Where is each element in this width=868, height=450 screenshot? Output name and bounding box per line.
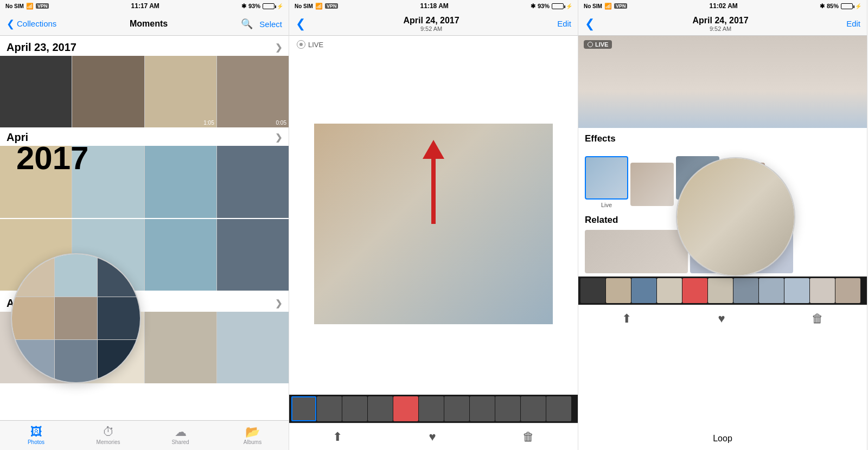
nav-back-3[interactable]: ❮: [585, 18, 595, 30]
thumb-inner-p3: [733, 278, 758, 303]
thumbnail-item-p3[interactable]: [784, 278, 809, 303]
thumbnail-item[interactable]: [342, 396, 367, 421]
photo-cell[interactable]: [217, 312, 289, 383]
phone-panel-2: No SIM 📶 VPN 11:18 AM ✱ 93% ⚡ ❮ April 24…: [289, 0, 578, 450]
tab-memories[interactable]: ⏱ Memories: [72, 426, 144, 445]
tab-shared[interactable]: ☁ Shared: [144, 426, 216, 445]
thumbnail-item-p3[interactable]: [682, 278, 707, 303]
zoom-cell: [55, 297, 97, 339]
thumbnail-item[interactable]: [419, 396, 444, 421]
thumb-inner: [292, 397, 315, 420]
trash-button-3[interactable]: 🗑: [812, 312, 824, 326]
top-photo-3[interactable]: LIVE: [578, 36, 867, 128]
zoom-inner-1: [12, 254, 140, 382]
thumb-inner: [444, 396, 469, 421]
photo-cell[interactable]: [217, 219, 289, 291]
collections-back-label[interactable]: Collections: [17, 19, 56, 28]
section-april24-behind[interactable]: Apri ❯: [0, 128, 289, 146]
thumbnail-item[interactable]: [546, 396, 571, 421]
search-icon[interactable]: 🔍: [241, 18, 253, 29]
live-badge-2[interactable]: LIVE: [289, 36, 578, 53]
thumbnail-item-p3[interactable]: [733, 278, 758, 303]
thumbnail-item[interactable]: [317, 396, 342, 421]
phone-panel-1: No SIM 📶 VPN 11:17 AM ✱ 93% ⚡ ❮ Collecti…: [0, 0, 289, 450]
no-sim-text-3: No SIM: [584, 3, 602, 9]
thumbnail-item[interactable]: [495, 396, 520, 421]
photo-cell[interactable]: 0:05: [217, 56, 289, 127]
thumbnail-item[interactable]: [393, 396, 418, 421]
nav-edit-2[interactable]: Edit: [557, 19, 571, 28]
thumbnail-item[interactable]: [291, 396, 316, 421]
related-thumb-1[interactable]: [585, 230, 688, 273]
charging-icon: ⚡: [277, 3, 283, 9]
share-button-2[interactable]: ⬆: [333, 430, 342, 444]
thumbnail-item-p3[interactable]: [606, 278, 631, 303]
effect-loop[interactable]: [630, 163, 674, 208]
moments-title: Moments: [130, 19, 168, 29]
photo-cell[interactable]: [72, 146, 144, 217]
nav-back-collections[interactable]: ❮ Collections: [7, 18, 56, 30]
main-photo-container-2[interactable]: [289, 53, 578, 395]
photo-cell[interactable]: [0, 146, 72, 217]
section-april23[interactable]: April 23, 2017 ❯: [0, 36, 289, 56]
photo-cell[interactable]: [0, 56, 72, 127]
main-photo-2[interactable]: [314, 124, 553, 324]
thumbnail-item-p3[interactable]: [810, 278, 835, 303]
thumb-inner-p3: [810, 278, 835, 303]
section-chevron-2: ❯: [275, 132, 282, 143]
heart-button-3[interactable]: ♥: [718, 312, 725, 326]
thumb-inner-p3: [708, 278, 733, 303]
photo-cell[interactable]: [145, 312, 216, 383]
thumbnail-item[interactable]: [521, 396, 546, 421]
status-left-1: No SIM 📶 VPN: [5, 3, 49, 10]
vpn-badge-2: VPN: [325, 3, 339, 9]
back-arrow-icon-3: ❮: [585, 18, 595, 30]
thumbnail-strip-3: [578, 277, 867, 305]
select-button[interactable]: Select: [259, 20, 282, 29]
tab-albums[interactable]: 📂 Albums: [216, 426, 289, 445]
tab-memories-label: Memories: [97, 439, 120, 445]
heart-button-2[interactable]: ♥: [429, 430, 436, 444]
thumbnail-item-p3[interactable]: [631, 278, 656, 303]
effect-live[interactable]: Live: [585, 156, 628, 208]
thumb-inner-p3: [682, 278, 707, 303]
zoom-circle-1: [11, 253, 141, 383]
photo-cell[interactable]: [145, 219, 216, 291]
zoom-cell: [55, 254, 97, 297]
thumb-inner-p3: [784, 278, 809, 303]
thumbnail-item-p3[interactable]: [657, 278, 682, 303]
tab-photos[interactable]: 🖼 Photos: [0, 426, 72, 445]
bluetooth-icon-2: ✱: [531, 3, 535, 10]
thumbnail-item-p3[interactable]: [759, 278, 784, 303]
zoom-cell: [98, 297, 140, 339]
nav-bar-1: ❮ Collections Moments 🔍 Select: [0, 12, 289, 36]
thumbnail-item[interactable]: [444, 396, 469, 421]
zoom-cell: [98, 340, 140, 382]
shared-icon: ☁: [175, 426, 187, 438]
video-duration: 1:05: [203, 120, 214, 126]
photo-cell[interactable]: [72, 56, 144, 127]
thumbnail-item[interactable]: [470, 396, 495, 421]
thumb-inner: [470, 396, 495, 421]
thumbnail-item-p3[interactable]: [835, 278, 860, 303]
photo-cell[interactable]: [217, 146, 289, 217]
video-duration: 0:05: [276, 120, 286, 126]
trash-button-2[interactable]: 🗑: [522, 430, 534, 444]
photo-cell[interactable]: [145, 146, 216, 217]
nav-date-3: April 24, 2017: [692, 16, 748, 25]
back-chevron-icon: ❮: [7, 18, 15, 30]
thumbnail-item-p3[interactable]: [708, 278, 733, 303]
status-bar-1: No SIM 📶 VPN 11:17 AM ✱ 93% ⚡: [0, 0, 289, 12]
nav-title-2: April 24, 2017 9:52 AM: [403, 16, 459, 32]
battery-percent-3: 85%: [827, 3, 839, 9]
nav-back-2[interactable]: ❮: [296, 18, 305, 30]
share-button-3[interactable]: ⬆: [622, 312, 631, 326]
thumbnail-item-p3[interactable]: [580, 278, 605, 303]
nav-edit-3[interactable]: Edit: [846, 19, 860, 28]
photo-cell[interactable]: 1:05: [145, 56, 216, 127]
arrow-shaft: [431, 159, 436, 224]
tab-bar-1: 🖼 Photos ⏱ Memories ☁ Shared 📂 Albums: [0, 420, 289, 450]
thumbnail-item[interactable]: [368, 396, 393, 421]
nav-right-1: 🔍 Select: [241, 18, 282, 30]
wifi-icon-3: 📶: [604, 3, 612, 10]
